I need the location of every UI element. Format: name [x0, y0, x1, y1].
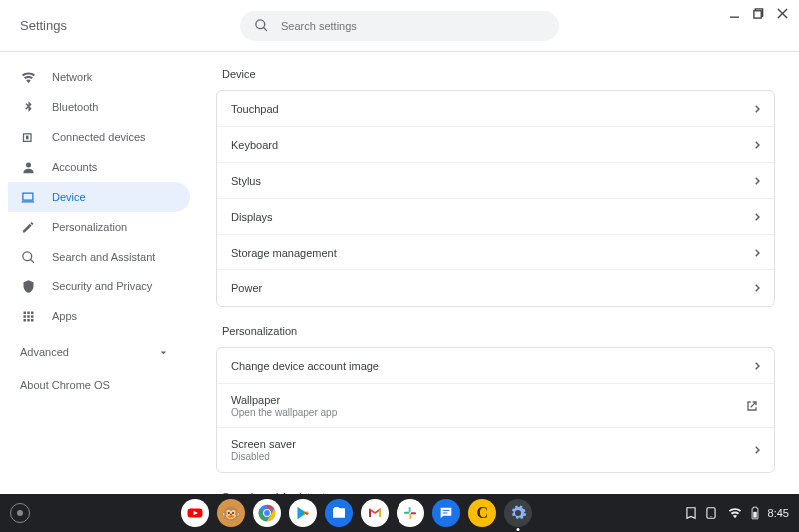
shield-icon — [20, 278, 36, 294]
row-label: Touchpad — [231, 103, 754, 115]
laptop-icon — [20, 189, 36, 205]
row-label: Change device account image — [231, 360, 754, 372]
battery-icon — [748, 506, 762, 520]
clock: 8:45 — [768, 507, 789, 519]
card-personalization: Change device account image Wallpaper Op… — [216, 347, 775, 473]
section-title-personalization: Personalization — [222, 325, 775, 337]
chevron-right-icon — [754, 283, 760, 293]
row-stylus[interactable]: Stylus — [217, 163, 774, 199]
sidebar-item-label: Accounts — [52, 161, 97, 173]
search-icon — [20, 249, 36, 265]
close-button[interactable] — [775, 6, 789, 20]
app-settings[interactable] — [504, 499, 532, 527]
app-youtube[interactable] — [181, 499, 209, 527]
wifi-icon — [20, 69, 36, 85]
row-power[interactable]: Power — [217, 270, 774, 306]
app-chrome[interactable] — [253, 499, 281, 527]
status-tray[interactable]: 8:45 — [684, 506, 789, 520]
bluetooth-icon — [20, 99, 36, 115]
row-displays[interactable]: Displays — [217, 199, 774, 235]
row-sublabel: Open the wallpaper app — [231, 407, 744, 418]
tablet-icon — [704, 506, 718, 520]
chevron-right-icon — [754, 212, 760, 222]
search-icon — [254, 18, 269, 33]
sidebar-item-security-privacy[interactable]: Security and Privacy — [8, 271, 190, 301]
card-device: Touchpad Keyboard Stylus Displays Storag… — [216, 90, 775, 307]
sidebar-item-device[interactable]: Device — [8, 182, 190, 212]
window-controls — [727, 6, 789, 20]
chevron-right-icon — [754, 361, 760, 371]
about-label: About Chrome OS — [20, 379, 110, 391]
chevron-right-icon — [754, 445, 760, 455]
shelf: 🐵 C 8:45 — [0, 494, 799, 532]
sidebar-item-label: Device — [52, 191, 86, 203]
sidebar-item-label: Search and Assistant — [52, 251, 155, 263]
sidebar-item-search-assistant[interactable]: Search and Assistant — [8, 242, 190, 271]
svg-rect-12 — [404, 512, 409, 514]
app-play-store[interactable] — [289, 499, 317, 527]
app-gmail[interactable] — [361, 499, 389, 527]
svg-rect-13 — [410, 514, 412, 519]
shelf-apps: 🐵 C — [30, 499, 684, 527]
row-label: Screen saver — [231, 438, 754, 450]
row-label: Power — [231, 282, 754, 294]
maximize-button[interactable] — [751, 6, 765, 20]
row-sublabel: Disabled — [231, 451, 754, 462]
sidebar-item-label: Connected devices — [52, 131, 146, 143]
sidebar-item-apps[interactable]: Apps — [8, 301, 190, 331]
app-files[interactable] — [325, 499, 353, 527]
main-content: Device Touchpad Keyboard Stylus Displays… — [200, 52, 799, 494]
sidebar-item-network[interactable]: Network — [8, 62, 190, 92]
row-wallpaper[interactable]: Wallpaper Open the wallpaper app — [217, 384, 774, 428]
sidebar-item-personalization[interactable]: Personalization — [8, 212, 190, 242]
sidebar-about[interactable]: About Chrome OS — [8, 367, 200, 403]
minimize-button[interactable] — [727, 6, 741, 20]
sidebar-item-label: Security and Privacy — [52, 280, 152, 292]
row-keyboard[interactable]: Keyboard — [217, 127, 774, 163]
sidebar-item-connected-devices[interactable]: Connected devices — [8, 122, 190, 152]
page-title: Settings — [20, 18, 67, 33]
row-touchpad[interactable]: Touchpad — [217, 91, 774, 127]
chevron-right-icon — [754, 248, 760, 258]
chevron-right-icon — [754, 104, 760, 114]
row-label: Wallpaper — [231, 394, 744, 406]
app-messages[interactable] — [432, 499, 460, 527]
connected-devices-icon — [20, 129, 36, 145]
pen-icon — [20, 219, 36, 235]
app-monkey[interactable]: 🐵 — [217, 499, 245, 527]
sidebar-item-label: Personalization — [52, 221, 127, 233]
svg-rect-4 — [753, 10, 760, 17]
svg-point-10 — [264, 510, 270, 516]
row-label: Storage management — [231, 247, 754, 259]
svg-rect-11 — [409, 507, 411, 512]
row-label: Keyboard — [231, 139, 754, 151]
chevron-right-icon — [754, 140, 760, 150]
section-title-device: Device — [222, 68, 775, 80]
row-storage[interactable]: Storage management — [217, 235, 774, 270]
sidebar-item-accounts[interactable]: Accounts — [8, 152, 190, 182]
row-screensaver[interactable]: Screen saver Disabled — [217, 428, 774, 472]
reader-icon — [684, 506, 698, 520]
external-link-icon — [744, 398, 760, 414]
search-input[interactable] — [281, 20, 545, 32]
sidebar-item-label: Apps — [52, 310, 77, 322]
app-c[interactable]: C — [468, 499, 496, 527]
app-slack[interactable] — [397, 499, 424, 527]
wifi-status-icon — [728, 506, 742, 520]
sidebar-advanced[interactable]: Advanced — [8, 337, 182, 367]
sidebar-item-label: Network — [52, 71, 92, 83]
sidebar-item-label: Bluetooth — [52, 101, 98, 113]
apps-grid-icon — [20, 308, 36, 324]
row-change-image[interactable]: Change device account image — [217, 348, 774, 384]
top-bar: Settings — [0, 0, 799, 52]
row-label: Displays — [231, 211, 754, 223]
launcher-button[interactable] — [10, 503, 30, 523]
chevron-right-icon — [754, 176, 760, 186]
search-field[interactable] — [240, 11, 559, 41]
sidebar-item-bluetooth[interactable]: Bluetooth — [8, 92, 190, 122]
account-icon — [20, 159, 36, 175]
expand-icon — [157, 346, 170, 359]
advanced-label: Advanced — [20, 346, 69, 358]
svg-rect-14 — [411, 512, 416, 514]
sidebar: Network Bluetooth Connected devices Acco… — [0, 52, 200, 494]
